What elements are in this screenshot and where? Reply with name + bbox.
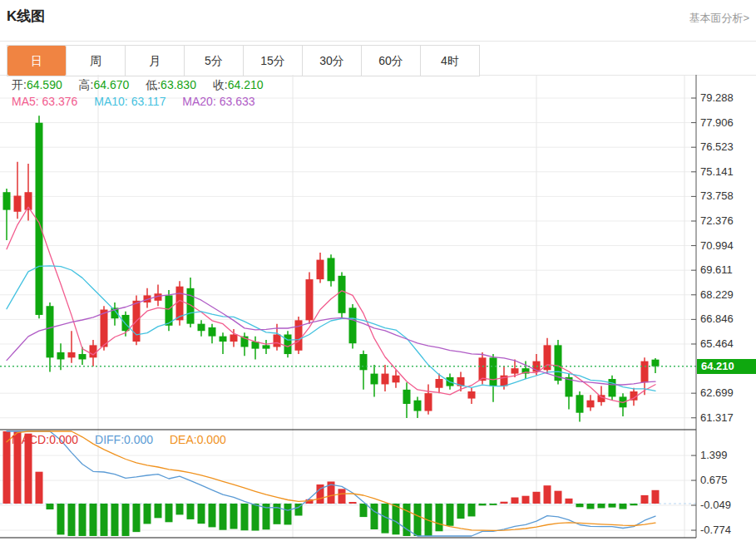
candle-body (349, 307, 357, 343)
candle-body (122, 315, 130, 331)
macd-bar (133, 504, 141, 532)
ma10-value: 63.117 (131, 95, 166, 108)
ma5-label: MA5: (12, 95, 39, 108)
macd-bar (436, 504, 443, 531)
candle-body (393, 376, 400, 383)
candle-body (90, 345, 97, 357)
current-price-tag: 64.210 (697, 359, 756, 374)
candle-body (652, 360, 660, 366)
macd-bar (274, 504, 281, 524)
candle-body (490, 357, 497, 386)
candle-body (587, 401, 595, 408)
macd-bar (490, 504, 497, 505)
macd-bar (555, 491, 562, 504)
macd-bar (414, 504, 422, 536)
macd-bar (501, 502, 508, 504)
candle-body (468, 391, 476, 399)
y-axis-label: 1.399 (700, 449, 728, 462)
macd-bar (609, 504, 616, 508)
macd-bar (176, 504, 184, 514)
candle-body (209, 327, 216, 337)
candle-body (263, 345, 270, 348)
high-value: 64.670 (94, 78, 130, 91)
diff-value: 0.000 (124, 433, 153, 446)
candle-body (79, 354, 86, 359)
candle-body (609, 379, 616, 396)
candle-body (284, 334, 292, 354)
y-axis-label: -0.049 (700, 499, 731, 512)
ma10-label: MA10: (94, 95, 127, 108)
macd-bar (522, 496, 530, 504)
macd-readout: MACD:0.000 DIFF:0.000 DEA:0.000 (12, 433, 240, 446)
macd-bar (252, 504, 259, 531)
low-value: 63.830 (161, 78, 196, 91)
candle-body (414, 401, 422, 411)
macd-bar (36, 472, 43, 504)
candle-body (641, 361, 649, 383)
y-axis-label: 68.229 (700, 288, 734, 302)
macd-bar (241, 504, 249, 530)
candle-body (230, 334, 238, 342)
candle-body (371, 374, 378, 385)
macd-bar (598, 504, 605, 508)
y-axis-label: 72.376 (700, 214, 734, 228)
candle-body (328, 258, 335, 281)
macd-bar (630, 504, 638, 505)
close-value: 64.210 (228, 78, 264, 91)
macd-bar (198, 504, 205, 524)
y-axis-label: 70.994 (700, 239, 734, 253)
low-label: 低: (146, 78, 161, 91)
macd-bar (47, 504, 54, 509)
y-axis-label: 61.317 (700, 411, 734, 425)
macd-bar (79, 504, 86, 536)
y-axis-label: 76.523 (700, 140, 734, 154)
macd-bar (641, 495, 649, 504)
y-axis-label: 62.699 (700, 386, 734, 400)
candle-body (360, 354, 368, 370)
candle-body (598, 395, 605, 402)
candle-body (57, 352, 65, 360)
y-axis-label: 0.675 (700, 474, 728, 487)
y-axis-label: -0.774 (700, 524, 731, 537)
kline-page: K线图 基本面分析> 日 周 月 5分 15分 30分 60分 4时 开:64.… (0, 0, 756, 541)
macd-bar (284, 504, 292, 524)
candle-body (220, 337, 227, 342)
y-axis-label: 73.758 (700, 189, 734, 203)
candle-body (436, 379, 443, 388)
macd-bar (576, 504, 584, 507)
ma-readout: MA5: 63.376 MA10: 63.117 MA20: 63.633 (12, 95, 269, 108)
macd-bar (360, 504, 368, 517)
macd-bar (155, 504, 162, 518)
ma20-value: 63.633 (220, 95, 255, 108)
macd-bar (187, 504, 195, 519)
macd-bar (479, 504, 487, 505)
diff-label: DIFF: (95, 433, 124, 446)
candle-body (306, 279, 314, 320)
candle-body (14, 195, 22, 211)
macd-bar (220, 504, 227, 530)
macd-bar (57, 504, 65, 534)
macd-bar (533, 492, 541, 504)
macd-bar (457, 504, 465, 519)
macd-bar (166, 504, 173, 522)
high-label: 高: (79, 78, 94, 91)
candle-body (295, 320, 303, 350)
macd-bar (393, 504, 400, 534)
open-value: 64.590 (27, 78, 62, 91)
macd-bar (587, 504, 595, 509)
candle-body (338, 276, 346, 313)
macd-label: MACD: (12, 433, 49, 446)
candle-body (198, 324, 205, 332)
candle-body (511, 368, 519, 373)
ma5-value: 63.376 (42, 95, 78, 108)
ma20-label: MA20: (182, 95, 215, 108)
y-axis-label: 79.288 (700, 91, 734, 105)
candle-body (317, 260, 324, 280)
macd-bar (349, 502, 357, 504)
candle-body (425, 393, 432, 411)
macd-bar (511, 498, 519, 504)
y-axis-label: 66.846 (700, 312, 734, 326)
candle-body (101, 310, 108, 347)
ohlc-readout: 开:64.590 高:64.670 低:63.830 收:64.210 (12, 78, 277, 93)
y-axis-label: 65.464 (700, 337, 734, 351)
